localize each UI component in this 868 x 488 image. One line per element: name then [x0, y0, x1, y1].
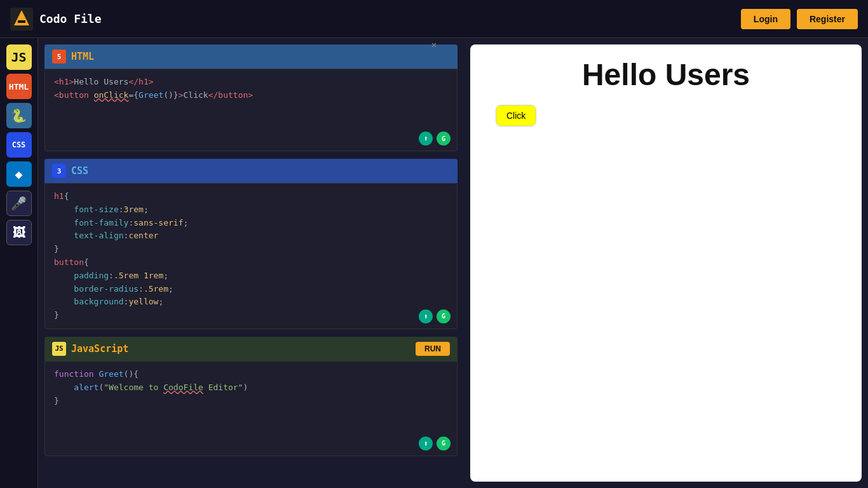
- sidebar-item-html[interactable]: HTML: [6, 74, 32, 99]
- js-code-editor[interactable]: function Greet(){ alert("Welcome to Codo…: [44, 361, 458, 456]
- html-label: HTML: [9, 82, 29, 92]
- js-grammarly-icon[interactable]: G: [437, 437, 451, 451]
- html-section-title: HTML: [71, 51, 94, 62]
- css-grammarly-icon[interactable]: G: [437, 309, 451, 323]
- dart-icon: ◆: [15, 166, 22, 182]
- css-code: h1{ font-size:3rem; font-family:sans-ser…: [54, 190, 448, 322]
- app-title: Codo File: [39, 12, 102, 25]
- css-editor-icons: ⬆ G: [419, 309, 451, 323]
- css-section-header: 3 CSS: [44, 159, 458, 183]
- register-button[interactable]: Register: [797, 9, 858, 29]
- editor-panel: 5 HTML <h1>Hello Users</h1> <button onCl…: [38, 38, 464, 488]
- mic-icon: 🎤: [11, 196, 27, 211]
- header-actions: Login Register: [741, 9, 858, 29]
- preview-click-button[interactable]: Click: [496, 105, 536, 126]
- html-section: 5 HTML <h1>Hello Users</h1> <button onCl…: [44, 44, 458, 151]
- run-button[interactable]: RUN: [416, 342, 450, 356]
- js-copy-icon[interactable]: ⬆: [419, 437, 433, 451]
- css-icon: 3: [52, 164, 66, 178]
- css-label: CSS: [12, 140, 26, 149]
- js-section: JS JavaScript RUN function Greet(){ aler…: [44, 337, 458, 456]
- css-copy-icon[interactable]: ⬆: [419, 309, 433, 323]
- js-section-icon: JS: [52, 342, 66, 356]
- sidebar: JS HTML 🐍 CSS ◆ 🎤 🖼: [0, 38, 38, 488]
- main-layout: JS HTML 🐍 CSS ◆ 🎤 🖼 5 HTML: [0, 38, 868, 488]
- js-label: JS: [11, 50, 26, 65]
- sidebar-item-python[interactable]: 🐍: [6, 103, 32, 128]
- css-code-editor[interactable]: h1{ font-size:3rem; font-family:sans-ser…: [44, 183, 458, 329]
- js-section-header: JS JavaScript RUN: [44, 337, 458, 361]
- css-section-title: CSS: [71, 165, 88, 177]
- header: Codo File Login Register: [0, 0, 868, 38]
- js-editor-icons: ⬆ G: [419, 437, 451, 451]
- sidebar-item-dart[interactable]: ◆: [6, 161, 32, 187]
- logo: Codo File: [10, 8, 102, 30]
- html-copy-icon[interactable]: ⬆: [419, 132, 433, 146]
- image-icon: 🖼: [13, 225, 25, 240]
- css-section: 3 CSS h1{ font-size:3rem; font-family:sa…: [44, 159, 458, 329]
- preview-panel: Hello Users Click: [470, 44, 862, 482]
- sidebar-item-mic[interactable]: 🎤: [6, 191, 32, 216]
- html-code-editor[interactable]: <h1>Hello Users</h1> <button onClick={Gr…: [44, 69, 458, 151]
- sidebar-item-js[interactable]: JS: [6, 44, 32, 70]
- js-section-title: JavaScript: [71, 343, 128, 355]
- svg-rect-2: [18, 20, 25, 23]
- html-code: <h1>Hello Users</h1> <button onClick={Gr…: [54, 76, 448, 102]
- html-section-header: 5 HTML: [44, 44, 458, 69]
- html-grammarly-icon[interactable]: G: [437, 132, 451, 146]
- html-editor-icons: ⬆ G: [419, 132, 451, 146]
- login-button[interactable]: Login: [741, 9, 790, 29]
- logo-icon: [10, 8, 33, 30]
- sidebar-item-image[interactable]: 🖼: [6, 220, 32, 245]
- js-code: function Greet(){ alert("Welcome to Codo…: [54, 368, 448, 407]
- html-icon: 5: [52, 50, 66, 64]
- preview-heading: Hello Users: [483, 57, 849, 92]
- python-icon: 🐍: [11, 108, 27, 123]
- close-icon[interactable]: ✕: [431, 39, 437, 50]
- sidebar-item-css[interactable]: CSS: [6, 132, 32, 158]
